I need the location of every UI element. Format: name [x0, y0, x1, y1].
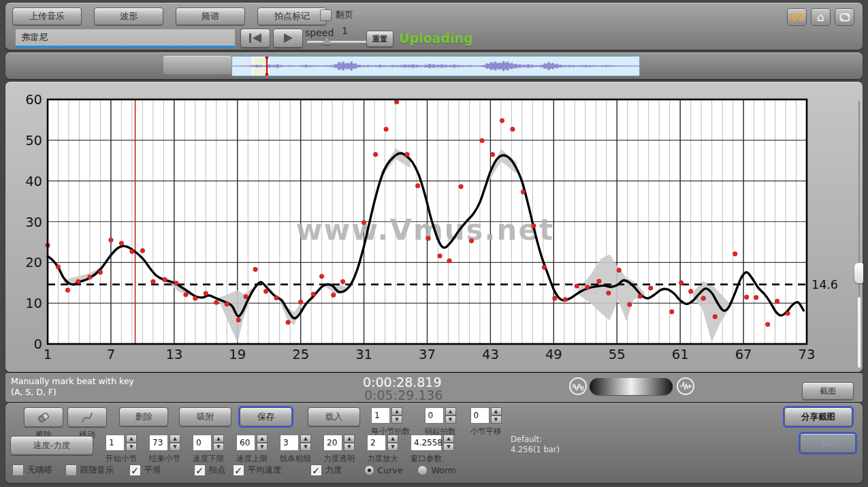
wave-min-icon [572, 381, 584, 391]
checkbox-label: 平均速度 [248, 465, 282, 476]
spinner-value[interactable]: 1 [106, 435, 125, 451]
spinner-窗口参数: 4.2558▲▼窗口参数 [411, 435, 454, 464]
toolbar-button-4[interactable]: 拍点标记 [257, 7, 327, 25]
spinner-value[interactable]: 4.2558 [411, 435, 442, 451]
spinner-down-button[interactable]: ▼ [491, 415, 502, 424]
play-button[interactable] [273, 29, 303, 48]
spinner-down-button[interactable]: ▼ [443, 443, 454, 451]
spinner-down-button[interactable]: ▼ [170, 443, 180, 451]
vertical-zoom-slider[interactable] [854, 101, 865, 368]
spinner-down-button[interactable]: ▼ [387, 443, 398, 451]
radio-label: Curve [378, 465, 403, 475]
page-flip-checkbox[interactable] [320, 10, 332, 21]
y-tick-label: 10 [25, 296, 42, 311]
home-icon: ⌂ [817, 12, 824, 23]
waveform-overview[interactable] [231, 56, 640, 76]
version-button[interactable]: V2 [787, 8, 807, 26]
keyboard-hint: Manually mark beat with key (A, S, D, F) [11, 376, 134, 398]
checkbox-跟随音乐[interactable] [65, 465, 77, 476]
spinner-label: 窗口参数 [411, 454, 454, 464]
spinner-up-button[interactable]: ▲ [170, 435, 180, 443]
radio-label: Worm [431, 465, 455, 475]
y-tick-label: 30 [25, 215, 42, 230]
spinner-down-button[interactable]: ▼ [445, 415, 456, 424]
ioi-button[interactable]: IOI [800, 433, 856, 453]
spinner-每小节拍数: 1▲▼每小节拍数 [371, 407, 411, 437]
beat-settings-spinners: 1▲▼每小节拍数0▲▼弱起拍数0▲▼小节平移 [371, 407, 502, 437]
checkbox-拍点[interactable] [194, 465, 206, 476]
speed-slider[interactable] [307, 41, 370, 43]
spinner-value[interactable]: 0 [425, 407, 444, 424]
spinner-value[interactable]: 60 [236, 435, 255, 451]
fullscreen-button[interactable] [835, 8, 854, 26]
y-tick-label: 0 [34, 336, 42, 352]
spinner-up-button[interactable]: ▲ [344, 435, 355, 443]
spinner-up-button[interactable]: ▲ [443, 435, 454, 443]
spinner-down-button[interactable]: ▼ [257, 443, 268, 451]
vslider-highlight [858, 297, 861, 368]
spinner-速度下限: 0▲▼速度下限 [193, 435, 224, 464]
spinner-down-button[interactable]: ▼ [344, 443, 355, 451]
delete-button[interactable]: 删除 [119, 407, 168, 426]
spinner-value[interactable]: 0 [193, 435, 212, 451]
min-volume-button[interactable] [569, 377, 587, 395]
tempo-chart[interactable]: www.Vmus.net1713192531374349556167730102… [5, 82, 863, 372]
spinner-up-button[interactable]: ▲ [491, 407, 502, 415]
spinner-up-button[interactable]: ▲ [126, 435, 137, 443]
spinner-up-button[interactable]: ▲ [213, 435, 224, 443]
move-button[interactable] [67, 407, 107, 427]
toolbar-button-1[interactable]: 上传音乐 [12, 7, 82, 25]
y-tick-label: 60 [25, 92, 42, 108]
radio-Curve[interactable] [364, 465, 374, 475]
checkbox-label: 跟随音乐 [80, 465, 114, 476]
share-screenshot-button[interactable]: 分享截图 [784, 407, 852, 426]
spinner-down-button[interactable]: ▼ [213, 443, 224, 451]
spinner-label: 结束小节 [149, 454, 180, 464]
spinner-up-button[interactable]: ▲ [387, 435, 398, 443]
spinner-value[interactable]: 1 [371, 407, 390, 424]
max-volume-button[interactable] [677, 377, 694, 395]
toolbar-button-2[interactable]: 波形 [94, 7, 163, 25]
checkbox-平滑[interactable] [129, 465, 141, 476]
save-button[interactable]: 保存 [240, 407, 292, 426]
song-title-input[interactable] [15, 29, 236, 48]
window-param-default: Default: 4.256(1 bar) [511, 435, 560, 455]
speed-slider-thumb[interactable] [322, 37, 332, 44]
home-button[interactable]: ⌂ [811, 8, 831, 26]
checkbox-力度[interactable] [310, 465, 322, 476]
x-tick-label: 7 [107, 347, 115, 362]
spinner-up-button[interactable]: ▲ [257, 435, 268, 443]
volume-slider[interactable] [590, 378, 673, 395]
spinner-value[interactable]: 0 [470, 407, 489, 424]
toolbar-button-3[interactable]: 频谱 [176, 7, 245, 25]
snap-button[interactable]: 吸附 [179, 407, 231, 426]
rewind-button[interactable] [240, 29, 270, 48]
checkbox-平均速度[interactable] [233, 465, 244, 476]
erase-button[interactable] [24, 407, 63, 427]
spinner-up-button[interactable]: ▲ [391, 407, 402, 415]
spinner-value[interactable]: 20 [323, 435, 342, 451]
mode-button[interactable]: 速度-力度 [10, 436, 93, 455]
fullscreen-icon [839, 13, 850, 22]
reset-button[interactable]: 重置 [366, 31, 393, 47]
spinner-value[interactable]: 2 [367, 435, 386, 451]
screenshot-button[interactable]: 截图 [802, 382, 854, 400]
eraser-icon [37, 412, 50, 423]
spinner-label: 力度透明 [323, 454, 355, 464]
spinner-down-button[interactable]: ▼ [126, 443, 137, 451]
vslider-thumb[interactable] [854, 263, 863, 283]
checkbox-无嘀嗒[interactable] [12, 465, 24, 476]
load-button[interactable]: 载入 [308, 407, 360, 426]
spinner-down-button[interactable]: ▼ [391, 415, 402, 424]
spinner-down-button[interactable]: ▼ [300, 443, 311, 451]
spinner-up-button[interactable]: ▲ [445, 407, 456, 415]
rewind-icon [248, 33, 263, 44]
checkbox-label: 无嘀嗒 [27, 465, 53, 476]
option-拍点: 拍点 [194, 465, 226, 476]
spinner-up-button[interactable]: ▲ [300, 435, 311, 443]
spinner-label: 开始小节 [106, 454, 137, 464]
radio-Worm[interactable] [417, 465, 428, 475]
spinner-value[interactable]: 3 [280, 435, 299, 451]
display-settings-spinners: 1▲▼开始小节73▲▼结束小节0▲▼速度下限60▲▼速度上限3▲▼线条粗细20▲… [106, 435, 454, 464]
spinner-value[interactable]: 73 [149, 435, 168, 451]
